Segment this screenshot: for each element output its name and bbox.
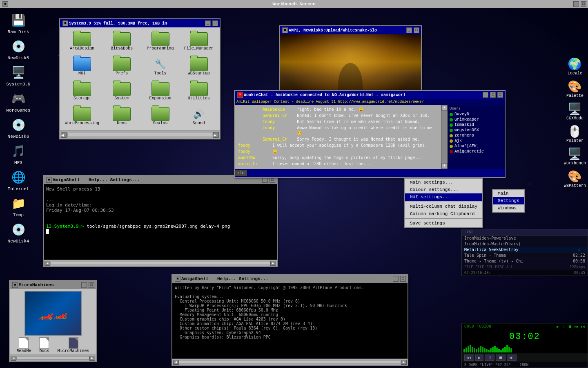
win-shell1-zoom[interactable]: □ — [270, 177, 275, 183]
win-system39-close[interactable]: ■ — [62, 20, 68, 26]
win-shell2-content[interactable]: Written by Harry "Piru" Sintonen. Copyri… — [172, 283, 408, 359]
mm-icon-readme[interactable]: ReadMe — [16, 337, 31, 353]
shell1-hscroll-right[interactable]: ▶ — [270, 261, 276, 266]
hscroll-right-btn[interactable]: ▶ — [213, 132, 219, 138]
ctx-save-settings[interactable]: Save settings — [405, 220, 482, 227]
sys39-item-sound[interactable]: 🔊 Sound — [181, 105, 216, 127]
sys39-item-prefs[interactable]: Prefs — [104, 56, 139, 77]
sys39-item-filemanager[interactable]: File_Manager — [181, 31, 216, 52]
mm-hscrollbar[interactable]: ◀ ▶ — [10, 355, 96, 361]
win-amp2-close[interactable]: ■ — [282, 27, 288, 33]
mm-game-cover[interactable]: 🏎️ — [24, 291, 82, 336]
shell1-hscrollbar[interactable]: ◀ ▶ — [44, 260, 277, 266]
win-wookiechat-close[interactable]: × — [237, 92, 243, 98]
win-amp2-titlebar[interactable]: ■ AMP2, NewDisk6:Upload/Whitesnake-Slo _… — [280, 26, 421, 34]
win-system39-titlebar[interactable]: ■ System3.9 53% full, 930.3MB free, 1GB … — [60, 19, 220, 27]
hscroll-left-btn[interactable]: ◀ — [61, 132, 67, 138]
win-shell1-content[interactable]: New Shell process 13 ... Log in date/tim… — [44, 184, 277, 260]
chat-world-btn[interactable]: rld — [235, 170, 247, 176]
sys39-item-system[interactable]: System — [104, 81, 139, 102]
chat-msg-5: foody I will accept your apologize if y … — [236, 143, 439, 148]
icon-newdisk4[interactable]: 💿 NewDisk4 — [2, 222, 35, 244]
icon-ramdisk[interactable]: 💾 Ram Disk — [2, 12, 35, 34]
icon-moregames[interactable]: 🎮 MoreGames — [2, 91, 35, 113]
sys39-item-programming[interactable]: Programming — [143, 31, 178, 52]
playlist-item-0[interactable]: IronMaiden-Powerslave — [462, 236, 588, 241]
icon-wbpattern[interactable]: 🎨 WBPattern — [564, 170, 586, 188]
win-micromachines-close[interactable]: ■ — [12, 282, 18, 288]
win-wookiechat-resize[interactable]: □ — [497, 92, 503, 98]
playlist-item-3[interactable]: Tale Spin - Theme 02:22 — [462, 253, 588, 258]
win-wookiechat-titlebar[interactable]: × WookieChat - AmiWookie connected to NO… — [235, 91, 505, 99]
mm-icon-docs[interactable]: Docs — [39, 337, 49, 353]
settings-settings[interactable]: Settings — [493, 197, 524, 204]
ctx-column-clipboard[interactable]: Column-marking Clipboard — [405, 210, 482, 218]
playlist-item-4[interactable]: Theme - Theme (tv) - Chi 00:58 — [462, 258, 588, 264]
topbar-close-btn[interactable]: ■ — [2, 1, 8, 7]
chat-scroll-down[interactable]: ▼ — [441, 163, 448, 169]
shell2-hscroll-left[interactable]: ◀ — [173, 360, 179, 365]
sys39-item-scalos[interactable]: Scalos — [143, 105, 178, 127]
sys39-item-devs[interactable]: Devs — [104, 105, 139, 127]
ctx-main-settings[interactable]: Main settings... — [405, 179, 482, 186]
win-shell2-iconify[interactable]: _ — [393, 276, 399, 282]
win-wookiechat-zoom[interactable]: □ — [490, 92, 496, 98]
ctx-colour-settings[interactable]: Colour settings... — [405, 186, 482, 193]
player-pause-btn[interactable]: ⏸ — [485, 355, 494, 361]
win-micromachines-zoom[interactable]: □ — [89, 282, 94, 288]
sys39-item-mui[interactable]: MUI — [63, 56, 101, 77]
chat-scroll-up[interactable]: ▲ — [441, 105, 448, 111]
chat-vscroll[interactable]: ▲ ▼ — [441, 105, 448, 169]
win-shell2-titlebar[interactable]: ■ AmigaShell Help... Settings... _ □ — [172, 275, 408, 283]
mm-icon-game[interactable]: MicroMachines — [58, 337, 89, 353]
sys39-item-storage[interactable]: Storage — [63, 81, 101, 102]
settings-main[interactable]: Main — [493, 190, 524, 197]
eq-bar — [478, 348, 479, 352]
win-shell2-close[interactable]: ■ — [175, 276, 180, 282]
icon-internet[interactable]: 🌐 Internet — [2, 169, 35, 191]
icon-cgxmode[interactable]: 🖥️ CGXMode — [564, 102, 586, 121]
win-micromachines-iconify[interactable]: _ — [81, 282, 87, 288]
sys39-item-wordprocessing[interactable]: WordProcessing — [63, 105, 101, 127]
playlist-item-1[interactable]: IronMaiden-WastedYears( — [462, 241, 588, 247]
icon-system39[interactable]: 🖥️ System3.9 — [2, 65, 35, 87]
icon-newdisk6[interactable]: 💿 NewDisk6 — [2, 117, 35, 139]
player-play-btn[interactable]: ▶ — [475, 355, 483, 361]
sys39-item-tools[interactable]: 🔧 Tools — [143, 56, 178, 77]
sys39-item-artdesign[interactable]: Art&Design — [63, 31, 101, 52]
icon-workbench[interactable]: 🖥️ Workbench — [564, 147, 586, 166]
win-system39-zoom[interactable]: □ — [212, 20, 218, 26]
player-next-btn[interactable]: ⏭ — [507, 355, 517, 361]
icon-newdisk5[interactable]: 💿 NewDisk5 — [2, 38, 35, 61]
shell1-hscroll-left[interactable]: ◀ — [45, 261, 50, 266]
win-micromachines-titlebar[interactable]: ■ MicroMachines _ □ — [10, 281, 96, 289]
player-stop-btn[interactable]: ⏹ — [496, 355, 506, 361]
sys39-item-expansion[interactable]: Expansion — [143, 81, 178, 102]
playlist-item-2[interactable]: Metallica-Seek&Destroy --:-- — [462, 247, 588, 253]
icon-pointer[interactable]: 🖱️ Pointer — [564, 125, 586, 143]
context-menu: Main settings... Colour settings... MUI … — [404, 178, 483, 228]
ctx-multicol-chat[interactable]: Multi-column chat display — [405, 203, 482, 210]
topbar-max-btn[interactable]: □ — [581, 1, 586, 7]
win-system39-iconify[interactable]: _ — [205, 20, 211, 26]
win-shell1-iconify[interactable]: _ — [262, 177, 268, 183]
win-amp2-zoom[interactable]: □ — [414, 27, 419, 33]
hscrollbar[interactable] — [67, 133, 212, 137]
icon-locale[interactable]: 🌍 Locale — [564, 57, 586, 76]
player-prev-btn[interactable]: ⏮ — [464, 355, 474, 361]
sys39-item-utilities[interactable]: Utilities — [181, 81, 216, 102]
icon-mp3[interactable]: 🎵 MP3 — [2, 143, 35, 165]
shell2-hscrollbar[interactable]: ◀ ▶ — [172, 359, 408, 365]
win-shell2-zoom[interactable]: □ — [400, 276, 406, 282]
win-amp2-iconify[interactable]: _ — [406, 27, 412, 33]
sys39-item-wbstartup[interactable]: WBStartup — [181, 56, 216, 77]
settings-windows[interactable]: Windows — [493, 204, 524, 212]
icon-temp[interactable]: 📁 Temp — [2, 195, 35, 218]
sys39-item-bitsbobs[interactable]: Bits&Bobs — [104, 31, 139, 52]
icon-palette[interactable]: 🎨 Palette — [564, 80, 586, 98]
topbar-min-btn[interactable]: _ — [573, 1, 579, 7]
shell2-hscroll-right[interactable]: ▶ — [401, 360, 407, 365]
win-shell1-close[interactable]: ■ — [46, 177, 52, 183]
ctx-mui-settings[interactable]: MUI settings... — [405, 193, 482, 201]
win-wookiechat-iconify[interactable]: _ — [483, 92, 488, 98]
